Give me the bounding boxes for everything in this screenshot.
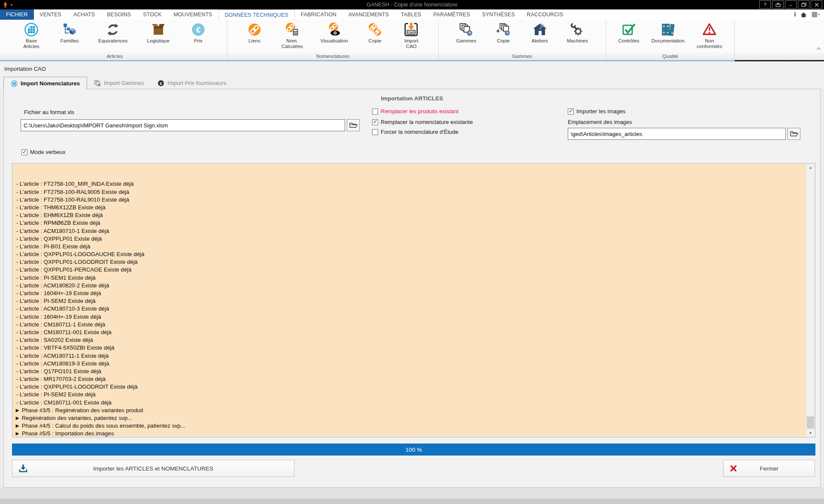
ribbon-item-copie-gammes[interactable]: + Copie <box>494 21 513 44</box>
log-line: - L'article : QXPPLP01 Existe déjà <box>15 235 804 243</box>
ribbon-item-prix[interactable]: € Prix <box>189 21 208 44</box>
tab-import-prix-fournisseurs[interactable]: € Import Prix fournisseurs <box>151 77 233 89</box>
menu-item[interactable]: BESOINS <box>101 9 137 20</box>
checkbox-box[interactable] <box>21 149 27 155</box>
verbose-checkbox[interactable]: Mode verbeux <box>21 149 65 155</box>
log-line: - L'article : FT2758-100-RAL9010 Existe … <box>15 196 804 204</box>
page-title: Importation CAO <box>0 61 824 76</box>
minimize-button[interactable]: – <box>785 0 797 9</box>
log-line: - L'article : EHM6X1ZB Existe déjà <box>15 211 804 219</box>
browse-file-button[interactable] <box>347 119 360 131</box>
liens-icon <box>247 21 262 38</box>
images-location-label: Emplacement des images <box>568 119 632 125</box>
log-line: - L'article : CM180711-001 Existe déjà <box>15 399 804 407</box>
scrollbar-down-icon[interactable]: ▼ <box>806 429 815 437</box>
tab-import-gammes[interactable]: Import Gammes <box>87 77 151 89</box>
force-etude-checkbox[interactable]: Forcer la nomenclature d'Étude <box>372 129 458 135</box>
info-icon[interactable]: i <box>794 11 796 18</box>
import-log[interactable]: - L'article : FT2758-100_MIR_INDA Existe… <box>12 163 815 438</box>
ribbon-item-liens[interactable]: Liens <box>245 21 264 44</box>
ribbon-item-logistique[interactable]: Logistique <box>147 21 169 44</box>
prix-icon: € <box>191 21 206 38</box>
ribbon-item-documentation[interactable]: Documentation <box>651 21 685 44</box>
ribbon-item-familles[interactable]: Familles <box>60 21 79 44</box>
menu-item[interactable]: DONNÉES TECHNIQUES <box>218 9 295 20</box>
menu-item[interactable]: SYNTHÈSES <box>476 9 521 20</box>
ribbon-group-gammes: Gammes + Copie Ateliers <box>439 20 606 52</box>
section-title: Importation ARTICLES <box>4 95 820 102</box>
ribbon-item-gammes[interactable]: Gammes <box>456 21 476 44</box>
checkbox-box[interactable] <box>372 109 378 115</box>
non-conformites-icon <box>702 21 717 38</box>
checkbox-box[interactable] <box>372 119 378 125</box>
import-gammes-icon <box>94 80 101 87</box>
ribbon-item-ateliers[interactable]: Ateliers <box>530 21 549 44</box>
menu-item[interactable]: PARAMÈTRES <box>427 9 476 20</box>
log-line: - L'article : VBTF4-5X50ZBI Existe déjà <box>15 344 804 352</box>
quick-access-caret-icon[interactable]: ▾ <box>11 3 12 7</box>
tab-label: Import Prix fournisseurs <box>167 80 226 86</box>
file-label: Fichier au format xls <box>24 109 74 115</box>
close-button[interactable] <box>811 0 822 9</box>
chevron-down-icon: ▾ <box>818 13 820 16</box>
checkbox-box[interactable] <box>372 129 378 135</box>
familles-icon <box>62 21 77 38</box>
ribbon-group-articles: BaseArticles Familles Equivalences <box>3 20 227 52</box>
log-line: - L'article : SA0202 Existe déjà <box>15 336 804 344</box>
ribbon-item-base-articles[interactable]: BaseArticles <box>22 21 41 49</box>
ribbon-group-label-gammes: Gammes <box>439 52 606 60</box>
import-button[interactable]: Importer les ARTICLES et NOMENCLATURES <box>12 460 294 477</box>
ribbon-collapse-icon[interactable] <box>817 47 821 51</box>
log-line: - L'article : PI-SEM2 Existe déjà <box>15 391 804 398</box>
menu: FICHIERVENTESACHATSBESOINSSTOCKMOUVEMENT… <box>0 9 569 20</box>
import-images-checkbox[interactable]: Importer les images <box>568 108 625 115</box>
ribbon-item-controles[interactable]: Contrôles <box>618 21 639 44</box>
ribbon: BaseArticles Familles Equivalences <box>0 20 824 60</box>
nom-calculees-icon <box>285 21 300 38</box>
log-line: - L'article : Q17PO101 Existe déjà <box>15 368 804 375</box>
menu-item[interactable]: FABRICATION <box>295 9 342 20</box>
log-scrollbar[interactable]: ▲ ▼ <box>806 164 815 437</box>
menu-item[interactable]: ACHATS <box>67 9 101 20</box>
browse-images-button[interactable] <box>788 128 800 140</box>
menu-item[interactable]: FICHIER <box>0 9 34 20</box>
controles-icon <box>621 21 636 38</box>
ribbon-item-import-cao[interactable]: CAO ImportCAO <box>402 21 421 49</box>
ribbon-group-label-qualite: Qualité <box>606 52 735 60</box>
log-line: ► Phase #5/5 : Importation des images <box>15 430 804 438</box>
ribbon-group-label-articles: Articles <box>3 52 227 60</box>
close-icon <box>815 3 819 7</box>
scrollbar-thumb[interactable] <box>807 416 814 429</box>
file-path-input[interactable] <box>21 119 345 131</box>
log-line: - L'article : ACM180711-1 Existe déjà <box>15 352 804 360</box>
menu-item[interactable]: RACCOURCIS <box>521 9 570 20</box>
ribbon-group-labels: Articles Nomenclatures Gammes Qualité <box>0 52 824 60</box>
ribbon-item-visualisation[interactable]: Visualisation <box>321 21 348 44</box>
home-icon[interactable] <box>800 12 807 18</box>
app-logo-icon <box>3 1 8 8</box>
copie-gammes-icon: + <box>496 21 511 38</box>
checkbox-box[interactable] <box>568 109 574 115</box>
replace-nomenclature-checkbox[interactable]: Remplacer la nomenclature existante <box>372 119 473 125</box>
menu-item[interactable]: VENTES <box>34 9 67 20</box>
grid-icon[interactable]: ▾ <box>812 12 820 18</box>
menu-item[interactable]: MOUVEMENTS <box>167 9 218 20</box>
log-line: - L'article : CM180711-001 Existe déjà <box>15 329 804 336</box>
ribbon-item-copie-nomenclature[interactable]: Copie <box>366 21 385 44</box>
help-button[interactable]: ? <box>759 0 771 9</box>
ribbon-item-non-conformites[interactable]: Nonconformités <box>697 21 722 49</box>
images-path-input[interactable] <box>568 128 786 140</box>
ribbon-item-machines[interactable]: Machines <box>567 21 588 44</box>
log-line: - L'article : ACM180819-3 Existe déjà <box>15 360 804 368</box>
restore-button[interactable] <box>798 0 809 9</box>
scrollbar-up-icon[interactable]: ▲ <box>806 164 815 171</box>
menu-item[interactable]: STOCK <box>137 9 167 20</box>
replace-products-checkbox[interactable]: Remplacer les produits existant <box>372 108 458 115</box>
menu-item[interactable]: AVANCEMENTS <box>342 9 395 20</box>
menu-item[interactable]: TABLES <box>395 9 427 20</box>
pin-button[interactable] <box>772 0 784 9</box>
close-page-button[interactable]: Fermer <box>723 460 815 477</box>
ribbon-item-equivalences[interactable]: Equivalences <box>98 21 127 44</box>
ribbon-item-nom-calculees[interactable]: Nom.Calculées <box>281 21 303 49</box>
tab-import-nomenclatures[interactable]: Import Nomenclatures <box>3 77 87 90</box>
